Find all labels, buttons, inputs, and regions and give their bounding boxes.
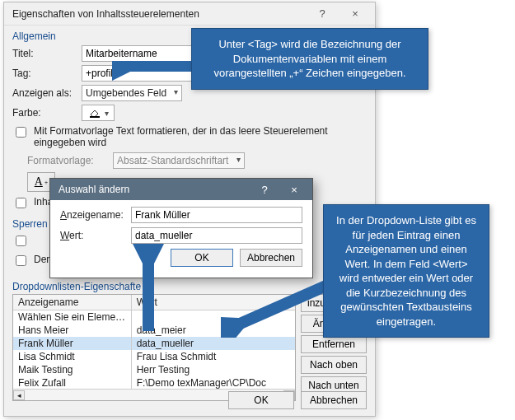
farbe-label: Farbe:	[12, 107, 77, 119]
close-button[interactable]: ×	[339, 4, 372, 24]
arrow-to-row-icon	[221, 278, 336, 338]
inhalt-checkbox[interactable]	[16, 198, 26, 208]
cell-wert: Frau Lisa Schmidt	[132, 350, 295, 363]
cell-wert: Herr Testing	[132, 363, 295, 376]
modal-wert-input[interactable]	[131, 227, 302, 244]
dialog-footer: OK Abbrechen	[228, 391, 367, 409]
move-up-button[interactable]: Nach oben	[301, 356, 367, 374]
svg-line-3	[231, 285, 328, 328]
modal-anzeigename-input[interactable]	[131, 207, 302, 223]
cell-anzeigename: Felix Zufall	[13, 376, 132, 389]
cell-anzeigename: Lisa Schmidt	[13, 350, 132, 363]
modal-anzeigename-label-rest: nzeigename:	[67, 209, 124, 221]
cell-anzeigename: Wählen Sie ein Element aus.	[13, 310, 132, 324]
formatvorlage-label: Formatvorlage:	[27, 155, 108, 166]
sperren-checkbox-1[interactable]	[16, 236, 26, 246]
formatvorlage-select: Absatz-Standardschriftart	[113, 152, 245, 169]
modal-titlebar: Auswahl ändern ? ×	[50, 179, 312, 200]
der-checkbox[interactable]	[16, 255, 26, 266]
modal-cancel-button[interactable]: Abbrechen	[240, 249, 302, 267]
titlebar: Eigenschaften von Inhaltssteuerelementen…	[4, 2, 375, 26]
help-button[interactable]: ?	[306, 4, 339, 24]
ok-button[interactable]: OK	[228, 391, 294, 409]
cell-anzeigename: Maik Testing	[13, 363, 132, 376]
callout-tag-hint: Unter <Tag> wird die Bezeichnung der Dok…	[191, 28, 428, 90]
col-header-anzeigename[interactable]: Anzeigename	[13, 295, 132, 310]
cell-anzeigename: Hans Meier	[13, 324, 132, 337]
modal-close-button[interactable]: ×	[279, 180, 309, 198]
arrow-to-wert-icon	[132, 244, 165, 336]
dialog-title: Eigenschaften von Inhaltssteuerelementen	[12, 8, 306, 20]
modal-wert-label-rest: ert:	[69, 230, 83, 241]
modal-help-button[interactable]: ?	[250, 180, 279, 198]
style-sample-icon: A	[35, 175, 43, 189]
chevron-down-icon: ▾	[105, 109, 109, 118]
modal-anzeigename-label: Anzeigename:	[60, 209, 131, 221]
modal-wert-label: Wert:	[60, 230, 131, 241]
cell-wert: data_mueller	[132, 337, 295, 350]
modal-title: Auswahl ändern	[59, 184, 129, 195]
tag-label: Tag:	[12, 68, 77, 79]
table-row[interactable]: Felix ZufallF:\Demo texManager\CP\Doc	[13, 376, 295, 389]
formatvorlage-value: Absatz-Standardschriftart	[117, 155, 228, 166]
table-row[interactable]: Maik TestingHerr Testing	[13, 363, 295, 376]
anzeigen-als-label: Anzeigen als:	[12, 87, 77, 99]
modal-ok-button[interactable]: OK	[171, 249, 233, 267]
format-with-style-label: Mit Formatvorlage Text formatieren, der …	[34, 125, 367, 148]
edit-selection-dialog: Auswahl ändern ? × Anzeigename: Wert: OK…	[49, 178, 313, 278]
callout-dropdown-hint: In der Dropdown-Liste gibt es für jeden …	[323, 204, 489, 338]
table-row[interactable]: Lisa SchmidtFrau Lisa Schmidt	[13, 350, 295, 363]
farbe-picker[interactable]: ▾	[82, 105, 115, 121]
cancel-button[interactable]: Abbrechen	[301, 391, 367, 409]
sperren-label-1	[34, 234, 36, 245]
table-row[interactable]: Frank Müllerdata_mueller	[13, 337, 295, 350]
svg-rect-0	[90, 116, 100, 118]
cell-anzeigename: Frank Müller	[13, 337, 132, 350]
scroll-left-button[interactable]: ◂	[13, 390, 25, 400]
fill-bucket-icon	[88, 107, 101, 119]
cell-wert: F:\Demo texManager\CP\Doc	[132, 376, 295, 389]
anzeigen-als-value: Umgebendes Feld	[86, 87, 166, 99]
format-with-style-checkbox[interactable]	[16, 127, 26, 138]
arrow-to-tag-icon	[112, 61, 201, 89]
titel-label: Titel:	[12, 48, 77, 59]
